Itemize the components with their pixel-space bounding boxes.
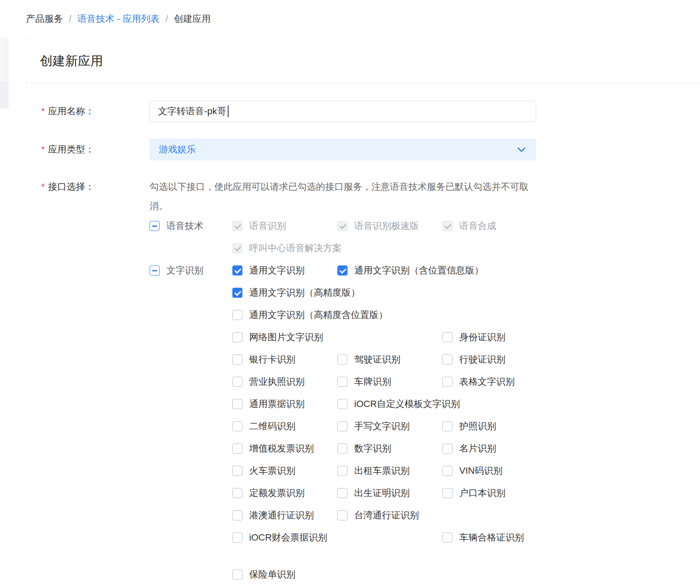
unchecked-checkbox-icon[interactable] [232,570,242,580]
interface-row: 港澳通行证识别台湾通行证识别 [232,510,700,520]
checked-checkbox-icon[interactable] [232,265,242,276]
indeterminate-checkbox-icon[interactable] [150,221,160,231]
interface-checkbox-label: 营业执照识别 [249,375,305,388]
unchecked-checkbox-icon[interactable] [232,510,242,520]
interface-checkbox-label: 通用文字识别（高精度含位置版） [249,309,388,321]
checked-checkbox-icon[interactable] [337,265,347,276]
interface-checkbox[interactable]: VIN码识别 [442,466,547,476]
unchecked-checkbox-icon[interactable] [337,510,347,520]
interface-select-description: 勾选以下接口，使此应用可以请求已勾选的接口服务，注意语音技术服务已默认勾选并不可… [150,177,531,216]
unchecked-checkbox-icon[interactable] [337,488,347,498]
interface-checkbox[interactable]: 护照识别 [442,421,547,431]
unchecked-checkbox-icon[interactable] [232,488,242,498]
interface-checkbox: 语音识别 [232,221,337,231]
interface-checkbox[interactable]: 通用票据识别 [232,399,337,409]
app-type-label: * 应用类型： [26,143,150,156]
create-app-card: 创建新应用 * 应用名称： 文字转语音-pk哥 * 应用类 [26,38,700,588]
unchecked-checkbox-icon[interactable] [232,354,242,365]
unchecked-checkbox-icon[interactable] [232,444,242,454]
interface-checkbox[interactable]: 定额发票识别 [232,488,337,498]
breadcrumb-separator: / [69,13,71,24]
breadcrumb-separator: / [166,13,168,24]
interface-checkbox[interactable]: 表格文字识别 [442,377,547,387]
interface-select-label: * 接口选择： [26,177,150,197]
unchecked-checkbox-icon[interactable] [232,533,242,543]
main-area: 产品服务 / 语音技术 - 应用列表 / 创建应用 创建新应用 * 应用名称： … [8,0,700,588]
interface-checkbox[interactable]: 通用文字识别（高精度版） [232,288,337,298]
unchecked-checkbox-icon[interactable] [442,444,453,454]
interface-checkbox[interactable]: 保险单识别 [232,570,337,580]
unchecked-checkbox-icon[interactable] [232,466,242,476]
interface-checkbox-label: 定额发票识别 [249,487,305,499]
interface-checkbox[interactable]: 数字识别 [337,444,442,454]
interface-checkbox[interactable]: 车辆合格证识别 [442,533,547,543]
unchecked-checkbox-icon[interactable] [337,444,347,454]
app-name-row: * 应用名称： 文字转语音-pk哥 [26,101,700,122]
unchecked-checkbox-icon[interactable] [337,399,347,409]
indeterminate-checkbox-icon[interactable] [150,265,160,276]
sidebar-segment [0,38,8,81]
interface-checkbox[interactable]: 户口本识别 [442,488,547,498]
interface-checkbox: 语音合成 [442,221,547,231]
interface-group: 语音技术语音识别语音识别极速版语音合成呼叫中心语音解决方案 [150,221,700,265]
interface-checkbox[interactable]: 出生证明识别 [337,488,442,498]
interface-checkbox[interactable]: 银行卡识别 [232,354,337,365]
unchecked-checkbox-icon[interactable] [232,377,242,387]
unchecked-checkbox-icon[interactable] [442,466,453,476]
unchecked-checkbox-icon[interactable] [232,399,242,409]
unchecked-checkbox-icon[interactable] [337,354,347,365]
page-title: 创建新应用 [40,52,687,69]
unchecked-checkbox-icon[interactable] [442,488,453,498]
interface-group-checkbox[interactable]: 语音技术 [150,221,232,231]
interface-checkbox[interactable]: 台湾通行证识别 [337,510,442,520]
interface-checkbox-label: 银行卡识别 [249,353,295,366]
interface-checkbox[interactable]: 二维码识别 [232,421,337,431]
interface-checkbox-label: 车辆合格证识别 [459,531,524,544]
unchecked-checkbox-icon[interactable] [337,377,347,387]
interface-checkbox[interactable]: 车牌识别 [337,377,442,387]
unchecked-checkbox-icon[interactable] [232,332,242,342]
interface-checkbox-label: 港澳通行证识别 [249,509,314,522]
breadcrumb-item-products[interactable]: 产品服务 [26,13,63,25]
interface-checkbox[interactable]: 驾驶证识别 [337,354,442,365]
unchecked-checkbox-icon[interactable] [442,421,453,431]
interface-checkbox[interactable]: 通用文字识别 [232,265,337,276]
interface-checkbox-label: 出租车票识别 [354,465,410,477]
interface-row: iOCR财会票据识别车辆合格证识别 [232,533,700,543]
interface-checkbox-label: 呼叫中心语音解决方案 [249,242,342,255]
breadcrumb-item-app-list-link[interactable]: 语音技术 - 应用列表 [77,13,160,25]
interface-row: 增值税发票识别数字识别名片识别 [232,444,700,454]
app-name-input[interactable]: 文字转语音-pk哥 [150,101,536,122]
breadcrumb: 产品服务 / 语音技术 - 应用列表 / 创建应用 [8,0,700,38]
interface-checkbox[interactable]: 营业执照识别 [232,377,337,387]
app-type-select[interactable]: 游戏娱乐 [150,139,536,160]
interface-checkbox[interactable]: 港澳通行证识别 [232,510,337,520]
interface-checkbox[interactable]: 通用文字识别（高精度含位置版） [232,310,337,320]
checked-checkbox-icon[interactable] [232,288,242,298]
unchecked-checkbox-icon[interactable] [337,421,347,431]
unchecked-checkbox-icon[interactable] [337,466,347,476]
unchecked-checkbox-icon[interactable] [442,377,453,387]
interface-checkbox[interactable]: 手写文字识别 [337,421,442,431]
interface-checkbox[interactable]: 通用文字识别（含位置信息版） [337,265,442,276]
interface-row: 二维码识别手写文字识别护照识别 [232,421,700,431]
interface-checkbox[interactable]: iOCR财会票据识别 [232,533,337,543]
unchecked-checkbox-icon[interactable] [232,421,242,431]
unchecked-checkbox-icon[interactable] [442,533,453,543]
interface-checkbox[interactable]: 网络图片文字识别 [232,332,337,342]
interface-checkbox[interactable]: 增值税发票识别 [232,444,337,454]
interface-checkbox-label: 身份证识别 [459,331,505,344]
unchecked-checkbox-icon[interactable] [442,354,453,365]
interface-checkbox[interactable]: iOCR自定义模板文字识别 [337,399,442,409]
interface-checkbox[interactable]: 出租车票识别 [337,466,442,476]
interface-checkbox[interactable]: 名片识别 [442,444,547,454]
interface-group-checkbox[interactable]: 文字识别 [150,265,232,276]
interface-checkbox[interactable]: 身份证识别 [442,332,547,342]
interface-checkbox[interactable]: 火车票识别 [232,466,337,476]
interface-row: 营业执照识别车牌识别表格文字识别 [232,377,700,387]
interface-checkbox[interactable]: 行驶证识别 [442,354,547,365]
interface-checkbox-label: iOCR自定义模板文字识别 [354,398,460,410]
interface-checkbox-label: 网络图片文字识别 [249,331,323,344]
unchecked-checkbox-icon[interactable] [442,332,453,342]
unchecked-checkbox-icon[interactable] [232,310,242,320]
